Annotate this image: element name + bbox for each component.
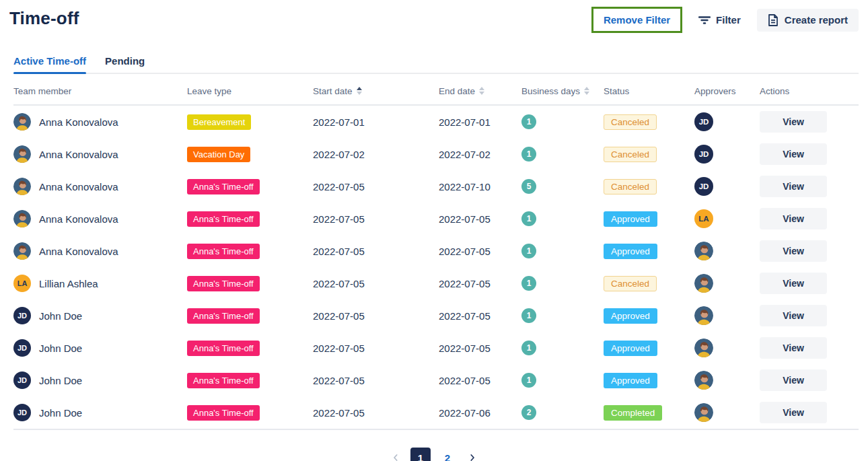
member-name: Lillian Ashlea	[39, 278, 98, 289]
view-button[interactable]: View	[760, 337, 827, 359]
member-name: Anna Konovalova	[39, 116, 118, 128]
leave-type-badge: Anna's Time-off	[187, 341, 260, 356]
leave-type-badge: Anna's Time-off	[187, 244, 260, 259]
business-days-badge: 1	[521, 276, 536, 291]
approver-avatar	[694, 371, 713, 390]
business-days-badge: 1	[521, 308, 536, 323]
column-header-start-date[interactable]: Start date	[313, 86, 439, 102]
start-date: 2022-07-05	[313, 310, 439, 322]
end-date: 2022-07-01	[439, 116, 521, 128]
column-label: Start date	[313, 86, 353, 96]
table-row: JD John Doe Anna's Time-off 2022-07-05 2…	[13, 299, 859, 332]
remove-filter-button[interactable]: Remove Filter	[593, 9, 680, 31]
member-name: Anna Konovalova	[39, 246, 118, 257]
status-badge: Approved	[604, 244, 657, 259]
business-days-badge: 1	[521, 341, 536, 355]
page-button-2[interactable]: 2	[437, 448, 458, 461]
member-avatar: JD	[13, 339, 31, 357]
leave-type-badge: Anna's Time-off	[187, 373, 260, 388]
status-badge: Approved	[604, 211, 657, 227]
start-date: 2022-07-05	[313, 278, 439, 289]
team-member-cell: LA Lillian Ashlea	[13, 275, 187, 292]
filter-button[interactable]: Filter	[697, 10, 742, 30]
timeoff-page: Time-off Remove Filter Filter	[0, 0, 868, 461]
view-button[interactable]: View	[760, 305, 827, 326]
view-button[interactable]: View	[760, 208, 827, 229]
leave-type-badge: Anna's Time-off	[187, 405, 260, 421]
next-page-button[interactable]	[464, 450, 480, 461]
start-date: 2022-07-05	[313, 246, 439, 257]
column-label: Approvers	[694, 86, 736, 96]
status-badge: Approved	[604, 308, 657, 324]
team-member-cell: JD John Doe	[13, 371, 187, 389]
column-header-business-days[interactable]: Business days	[521, 86, 604, 102]
column-header-end-date[interactable]: End date	[439, 86, 521, 102]
view-button[interactable]: View	[760, 402, 827, 423]
member-avatar: JD	[13, 307, 31, 324]
leave-type-badge: Anna's Time-off	[187, 308, 260, 324]
view-button[interactable]: View	[760, 273, 827, 294]
sort-arrows-icon	[584, 87, 589, 95]
view-button[interactable]: View	[760, 369, 827, 391]
start-date: 2022-07-02	[313, 149, 439, 160]
team-member-cell: JD John Doe	[13, 339, 187, 357]
toolbar: Remove Filter Filter	[591, 7, 859, 33]
table-row: JD John Doe Anna's Time-off 2022-07-05 2…	[13, 364, 859, 396]
table-row: JD John Doe Anna's Time-off 2022-07-05 2…	[13, 332, 859, 364]
approver-avatar	[694, 339, 713, 357]
leave-type-badge: Bereavement	[187, 114, 251, 130]
view-button[interactable]: View	[760, 240, 827, 262]
create-report-button[interactable]: Create report	[757, 9, 859, 32]
view-button[interactable]: View	[760, 143, 827, 165]
member-name: Anna Konovalova	[39, 149, 118, 160]
tab-active-time-off[interactable]: Active Time-off	[13, 51, 86, 74]
end-date: 2022-07-05	[439, 246, 521, 257]
end-date: 2022-07-05	[439, 213, 521, 225]
end-date: 2022-07-05	[439, 375, 521, 386]
member-avatar	[13, 210, 31, 227]
approver-avatar: LA	[694, 209, 713, 228]
team-member-cell: Anna Konovalova	[13, 113, 187, 131]
table-row: Anna Konovalova Bereavement 2022-07-01 2…	[13, 106, 859, 138]
tab-pending[interactable]: Pending	[105, 51, 145, 74]
member-name: Anna Konovalova	[39, 181, 118, 192]
top-bar: Time-off Remove Filter Filter	[9, 7, 859, 33]
team-member-cell: JD John Doe	[13, 404, 187, 421]
end-date: 2022-07-05	[439, 310, 521, 322]
member-name: John Doe	[39, 343, 82, 354]
column-header-status: Status	[604, 86, 694, 102]
approver-avatar: JD	[694, 112, 713, 131]
column-header-leave-type: Leave type	[187, 86, 313, 102]
page-button-1[interactable]: 1	[410, 448, 431, 461]
team-member-cell: Anna Konovalova	[13, 242, 187, 260]
pagination: 12	[9, 448, 859, 461]
column-label: Status	[604, 86, 629, 96]
status-badge: Canceled	[604, 114, 657, 130]
table-body: Anna Konovalova Bereavement 2022-07-01 2…	[13, 106, 859, 430]
member-name: John Doe	[39, 375, 82, 386]
view-button[interactable]: View	[760, 176, 827, 197]
business-days-badge: 1	[521, 211, 536, 226]
start-date: 2022-07-05	[313, 343, 439, 354]
start-date: 2022-07-05	[313, 181, 439, 192]
status-badge: Completed	[604, 405, 662, 421]
create-report-label: Create report	[785, 14, 848, 26]
view-button[interactable]: View	[760, 111, 827, 133]
member-avatar: LA	[13, 275, 31, 292]
member-avatar: JD	[13, 404, 31, 421]
table-header-row: Team memberLeave typeStart dateEnd dateB…	[13, 83, 859, 106]
status-badge: Approved	[604, 373, 657, 388]
page-title: Time-off	[9, 7, 79, 29]
sort-arrows-icon	[479, 87, 484, 95]
remove-filter-highlight: Remove Filter	[591, 7, 682, 33]
report-document-icon	[768, 14, 779, 26]
previous-page-button[interactable]	[388, 450, 404, 461]
member-avatar	[13, 178, 31, 195]
status-badge: Approved	[604, 341, 657, 356]
chevron-left-icon	[390, 452, 401, 461]
leave-type-badge: Anna's Time-off	[187, 211, 260, 227]
timeoff-table: Team memberLeave typeStart dateEnd dateB…	[9, 83, 859, 430]
table-row: Anna Konovalova Anna's Time-off 2022-07-…	[13, 170, 859, 203]
leave-type-badge: Anna's Time-off	[187, 179, 260, 194]
end-date: 2022-07-10	[439, 181, 521, 192]
